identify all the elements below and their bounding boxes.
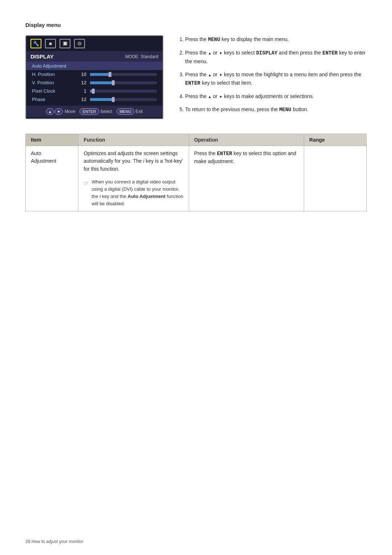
- osd-menu-btn: MENU: [117, 108, 134, 115]
- arrow-up-3: ▲: [208, 73, 212, 77]
- instruction-2: Press the ▲ or ▼ keys to select DISPLAY …: [185, 49, 367, 65]
- osd-enter-btn: ENTER: [79, 108, 99, 115]
- key-menu-1: MENU: [208, 37, 220, 42]
- osd-vpos-bar: [90, 81, 157, 84]
- note-box: ☞ When you connect a digital video outpu…: [83, 178, 183, 208]
- i-key-ref: i: [143, 158, 144, 164]
- osd-footer-select-label: Select: [100, 109, 112, 114]
- osd-vpos-value: 12: [72, 80, 86, 85]
- key-display: DISPLAY: [256, 50, 278, 56]
- osd-up-arrow-icon: ▲: [46, 108, 54, 115]
- function-text: Optimizes and adjusts the screen setting…: [83, 150, 183, 172]
- osd-vpos-label: V. Position: [32, 80, 72, 85]
- note-text: When you connect a digital video output …: [91, 178, 183, 208]
- instructions-section: Press the MENU key to display the main m…: [178, 35, 367, 119]
- osd-row-hpos: H. Position 10: [26, 70, 163, 78]
- note-icon: ☞: [83, 179, 89, 208]
- feature-table: Item Function Operation Range AutoAdjust…: [25, 134, 367, 212]
- page-footer: 28 How to adjust your monitor: [25, 539, 83, 544]
- osd-row-vpos: V. Position 12: [26, 78, 163, 87]
- th-item: Item: [26, 134, 78, 146]
- arrow-up-4: ▲: [208, 95, 212, 99]
- osd-icons-bar: 🔧 ■ 🔲 ⚙: [26, 36, 163, 51]
- osd-row-phase: Phase 12: [26, 95, 163, 104]
- osd-footer-move-arrows: ▲▼ Move: [46, 108, 75, 115]
- osd-footer-menu: MENU Exit: [117, 109, 143, 114]
- osd-mode-label: MODE: Standard: [125, 54, 158, 59]
- osd-pixel-value: 1: [72, 88, 86, 94]
- instructions-list: Press the MENU key to display the main m…: [178, 35, 367, 114]
- table-header-row: Item Function Operation Range: [26, 134, 367, 146]
- td-operation: Press the ENTER key to select this optio…: [189, 146, 304, 211]
- key-enter-table: ENTER: [217, 151, 232, 157]
- key-enter-2: ENTER: [322, 50, 338, 56]
- osd-footer-move-label: Move: [65, 109, 75, 114]
- key-menu-5: MENU: [279, 107, 291, 113]
- osd-icon-brightness: ■: [45, 39, 56, 48]
- osd-hpos-value: 10: [72, 72, 86, 77]
- osd-row-auto: Auto Adjustment: [26, 62, 163, 70]
- osd-footer-exit-label: Exit: [135, 109, 143, 114]
- th-range: Range: [304, 134, 367, 146]
- key-enter-3: ENTER: [185, 80, 200, 86]
- osd-icon-display: 🔧: [30, 39, 41, 48]
- osd-footer-enter: ENTER Select: [79, 109, 112, 114]
- osd-phase-value: 12: [72, 97, 86, 102]
- osd-pixel-label: Pixel Clock: [32, 88, 72, 94]
- osd-icon-color: 🔲: [60, 39, 70, 48]
- osd-mockup: 🔧 ■ 🔲 ⚙ DISPLAY MODE: Standard Auto Adju…: [25, 35, 163, 119]
- osd-hpos-bar: [90, 73, 157, 76]
- instruction-1: Press the MENU key to display the main m…: [185, 35, 367, 44]
- osd-phase-label: Phase: [32, 97, 72, 102]
- osd-icon-settings: ⚙: [74, 39, 85, 48]
- instruction-3: Press the ▲ or ▼ keys to move the highli…: [185, 70, 367, 87]
- osd-pixel-bar: [90, 90, 157, 93]
- arrow-up-2: ▲: [208, 51, 212, 55]
- arrow-down-3: ▼: [219, 73, 222, 77]
- osd-row-auto-label: Auto Adjustment: [32, 63, 72, 69]
- arrow-down-2: ▼: [219, 51, 222, 55]
- arrow-down-4: ▼: [219, 95, 222, 99]
- osd-phase-bar: [90, 98, 157, 101]
- auto-adj-bold: Auto Adjustment: [128, 194, 166, 199]
- td-function: Optimizes and adjusts the screen setting…: [78, 146, 189, 211]
- td-item: AutoAdjustment: [26, 146, 78, 211]
- th-operation: Operation: [189, 134, 304, 146]
- osd-header: DISPLAY MODE: Standard: [26, 51, 163, 62]
- osd-down-arrow-icon: ▼: [55, 108, 63, 115]
- osd-row-pixel: Pixel Clock 1: [26, 87, 163, 95]
- osd-hpos-label: H. Position: [32, 72, 72, 77]
- instruction-5: To return to the previous menu, press th…: [185, 105, 367, 114]
- i-key-note: i: [99, 194, 101, 199]
- instruction-4: Press the ▲ or ▼ keys to make adjustment…: [185, 92, 367, 100]
- page-title: Display menu: [25, 22, 367, 28]
- th-function: Function: [78, 134, 189, 146]
- osd-display-label: DISPLAY: [30, 53, 54, 60]
- table-row: AutoAdjustment Optimizes and adjusts the…: [26, 146, 367, 211]
- td-range: [304, 146, 367, 211]
- osd-footer: ▲▼ Move ENTER Select MENU Exit: [26, 106, 163, 117]
